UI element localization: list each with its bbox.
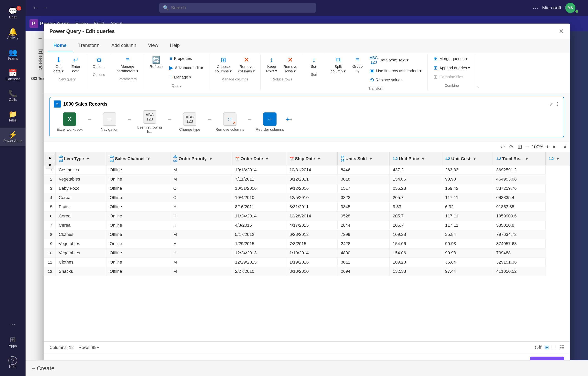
get-data-button[interactable]: ⬇ Getdata ▾ xyxy=(51,54,66,75)
tab-home[interactable]: Home xyxy=(48,39,73,52)
ribbon-collapse-button[interactable]: ⌃ xyxy=(476,85,480,91)
table-cell-6: 9528 xyxy=(337,211,389,221)
units-sold-filter[interactable]: ▼ xyxy=(368,156,374,162)
more-button[interactable]: ⋮ xyxy=(555,101,560,107)
tab-transform[interactable]: Transform xyxy=(73,39,106,52)
remove-rows-button[interactable]: ✕ Removerows ▾ xyxy=(281,54,300,75)
options-button[interactable]: ⚙ Options xyxy=(90,54,108,71)
manage-button[interactable]: ≡ Manage ▾ xyxy=(167,73,206,81)
ship-date-filter[interactable]: ▼ xyxy=(316,156,322,162)
choose-columns-button[interactable]: ⊞ Choosecolumns ▾ xyxy=(213,54,234,75)
table-cell-3: M xyxy=(170,166,232,175)
fit-button[interactable]: ⊞ xyxy=(517,144,522,150)
sidebar-label-apps: Apps xyxy=(9,344,17,348)
pipeline-step-excel[interactable]: X Excel workbook xyxy=(54,113,85,132)
status-view2-button[interactable]: ≣ xyxy=(552,345,556,351)
table-cell-5: 1/19/2016 xyxy=(286,258,337,267)
pipeline-step-first-row[interactable]: ABC123 Use first row as h... xyxy=(134,110,165,134)
search-bar[interactable]: 🔍 xyxy=(159,3,316,12)
tab-add-column[interactable]: Add column xyxy=(106,39,142,52)
pipeline-step-navigation[interactable]: ≡ Navigation xyxy=(94,113,125,132)
scroll-up-button[interactable]: ▲ xyxy=(46,154,54,161)
sidebar-item-more[interactable]: ⋯ xyxy=(0,318,26,331)
table-row: 8ClothesOfflineM5/17/20126/28/2012729910… xyxy=(44,230,570,239)
combine-files-button[interactable]: ⊞ Combine files xyxy=(431,73,473,81)
reduce-rows-label: Reduce rows xyxy=(264,77,300,82)
item-type-filter[interactable]: ▼ xyxy=(85,156,91,162)
advanced-editor-button[interactable]: ▶ Advanced editor xyxy=(167,63,206,72)
pipeline-step-remove-cols[interactable]: ∷ ✕ Remove columns xyxy=(214,113,246,132)
total-revenue-filter[interactable]: ▼ xyxy=(524,156,530,162)
manage-parameters-button[interactable]: ≡ Manageparameters ▾ xyxy=(114,54,141,75)
order-date-filter[interactable]: ▼ xyxy=(264,156,270,162)
table-cell-3: H xyxy=(170,211,232,221)
extra-filter[interactable]: ▼ xyxy=(555,156,561,162)
sidebar-item-powerapps[interactable]: ⚡ Power Apps xyxy=(0,127,26,146)
forward-button[interactable]: → xyxy=(41,3,49,12)
replace-values-icon: ⟲ xyxy=(370,77,374,83)
table-cell-9: 1959909.6 xyxy=(493,211,545,221)
collapse-left-button[interactable]: ⇤ xyxy=(553,144,557,150)
sidebar-item-calendar[interactable]: 📅 Calendar xyxy=(0,66,26,84)
undo-button[interactable]: ↩ xyxy=(500,144,505,150)
nav-arrows[interactable]: ← → xyxy=(32,3,49,12)
keep-rows-button[interactable]: ↕ Keeprows ▾ xyxy=(264,54,279,75)
zoom-out-button[interactable]: − xyxy=(526,144,529,150)
sidebar-item-teams[interactable]: 👥 Teams xyxy=(0,45,26,64)
data-type-icon: ABC123 xyxy=(370,55,378,64)
first-row-headers-button[interactable]: ▣ Use first row as headers ▾ xyxy=(367,66,424,75)
sales-channel-filter[interactable]: ▼ xyxy=(146,156,152,162)
back-button[interactable]: ← xyxy=(32,3,39,12)
properties-button[interactable]: ≡ Properties xyxy=(167,54,206,63)
status-view3-button[interactable]: ☷ xyxy=(559,345,564,351)
table-cell-7: 109.28 xyxy=(389,258,442,267)
sort-button[interactable]: ↕ Sort xyxy=(306,54,322,70)
search-input[interactable] xyxy=(171,5,312,10)
expand-button[interactable]: ⇗ xyxy=(549,101,553,107)
data-type-button[interactable]: ABC123 Data type: Text ▾ xyxy=(367,54,424,66)
sidebar-item-chat[interactable]: 💬 1 Chat xyxy=(0,4,26,22)
sidebar-item-files[interactable]: 📁 Files xyxy=(0,107,26,125)
table-cell-3: M xyxy=(170,175,232,184)
unit-cost-filter[interactable]: ▼ xyxy=(471,156,477,162)
table-cell-0: 7 xyxy=(44,221,56,230)
table-cell-8: 35.84 xyxy=(442,230,493,239)
table-cell-2: Online xyxy=(107,221,170,230)
group-by-button[interactable]: ≡ Groupby xyxy=(350,54,365,74)
settings-button[interactable]: ⚙ xyxy=(509,144,513,150)
create-button[interactable]: + Create xyxy=(32,365,54,372)
remove-columns-button[interactable]: ✕ Removecolumns ▾ xyxy=(236,54,257,75)
tab-help[interactable]: Help xyxy=(164,39,186,52)
merge-queries-button[interactable]: ⊞ Merge queries ▾ xyxy=(431,54,473,63)
refresh-button[interactable]: 🔄 Refresh xyxy=(147,54,165,71)
split-column-button[interactable]: ⧉ Splitcolumn ▾ xyxy=(328,54,348,75)
replace-values-button[interactable]: ⟲ Replace values xyxy=(367,76,424,84)
enter-data-button[interactable]: ↵ Enterdata xyxy=(68,54,84,75)
sidebar-item-calls[interactable]: 📞 Calls xyxy=(0,86,26,105)
table-cell-4: 2/27/2010 xyxy=(232,267,286,276)
append-queries-button[interactable]: ⊞ Append queries ▾ xyxy=(431,63,473,72)
modal-close-button[interactable]: ✕ xyxy=(559,28,564,35)
scroll-down-button[interactable]: ▼ xyxy=(46,162,54,169)
table-cell-9: 91853.85 xyxy=(493,202,545,211)
pipeline-step-change-type[interactable]: ABC123 Change type xyxy=(174,113,205,132)
status-view1-button[interactable]: ⊞ xyxy=(545,345,549,351)
pipeline-add-step[interactable]: + xyxy=(286,115,290,124)
more-options[interactable]: ⋯ xyxy=(532,4,538,11)
unit-cost-col-type: 1.2 xyxy=(445,157,450,161)
table-cell-4: 10/31/2016 xyxy=(232,184,286,193)
status-off-button[interactable]: Off xyxy=(535,345,541,351)
pipeline-step-reorder[interactable]: ↔ Reorder columns xyxy=(254,113,286,132)
table-cell-6: 2428 xyxy=(337,239,389,249)
tab-view[interactable]: View xyxy=(142,39,164,52)
unit-price-filter[interactable]: ▼ xyxy=(420,156,426,162)
zoom-in-button[interactable]: + xyxy=(546,144,549,150)
excel-label: Excel workbook xyxy=(56,127,83,132)
sidebar-item-apps[interactable]: ⊞ Apps xyxy=(0,333,26,351)
sidebar-item-activity[interactable]: 🔔 Activity xyxy=(0,24,26,43)
sidebar-label-help: Help xyxy=(9,365,16,369)
table-cell-7: 9.33 xyxy=(389,202,442,211)
collapse-right-button[interactable]: ⇥ xyxy=(561,144,566,150)
sidebar-item-help[interactable]: ? Help xyxy=(0,353,26,372)
order-priority-filter[interactable]: ▼ xyxy=(208,156,214,162)
